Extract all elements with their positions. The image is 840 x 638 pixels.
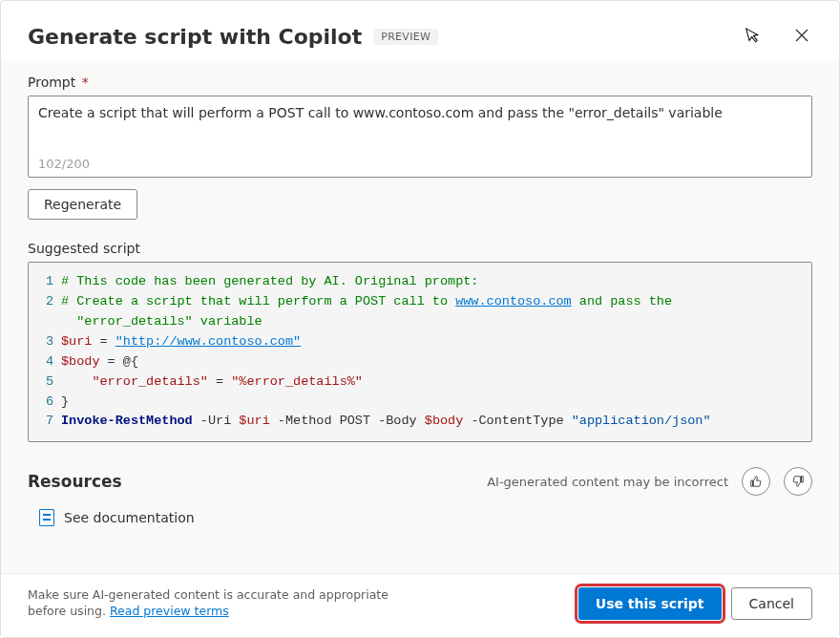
code-content: "error_details" = "%error_details%" bbox=[61, 372, 363, 393]
panel-body: Prompt * Create a script that will perfo… bbox=[1, 61, 839, 573]
preview-badge: PREVIEW bbox=[373, 29, 438, 45]
regenerate-button[interactable]: Regenerate bbox=[28, 189, 137, 220]
prompt-label: Prompt * bbox=[28, 74, 812, 90]
document-icon bbox=[39, 509, 54, 526]
line-number: 7 bbox=[34, 412, 53, 432]
preview-terms-link[interactable]: Read preview terms bbox=[110, 604, 229, 618]
suggested-script-code[interactable]: 1# This code has been generated by AI. O… bbox=[28, 262, 812, 442]
prompt-input-container[interactable]: Create a script that will perform a POST… bbox=[28, 96, 812, 178]
line-number bbox=[34, 312, 53, 332]
code-content: "error_details" variable bbox=[61, 312, 262, 332]
code-line: 5 "error_details" = "%error_details%" bbox=[34, 372, 802, 393]
use-this-script-button[interactable]: Use this script bbox=[578, 587, 722, 620]
code-content: # Create a script that will perform a PO… bbox=[61, 292, 680, 312]
code-line: 7Invoke-RestMethod -Uri $uri -Method POS… bbox=[34, 412, 802, 432]
code-content: # This code has been generated by AI. Or… bbox=[61, 272, 478, 292]
line-number: 2 bbox=[34, 292, 53, 312]
footer-actions: Use this script Cancel bbox=[578, 587, 812, 620]
suggested-script-label: Suggested script bbox=[28, 241, 812, 256]
thumbs-up-button[interactable] bbox=[742, 467, 770, 496]
panel-footer: Make sure AI-generated content is accura… bbox=[1, 573, 839, 637]
code-line: 4$body = @{ bbox=[34, 352, 802, 372]
code-line: 3$uri = "http://www.contoso.com" bbox=[34, 332, 802, 352]
line-number: 3 bbox=[34, 332, 53, 352]
prompt-input[interactable]: Create a script that will perform a POST… bbox=[38, 104, 802, 145]
code-line: 6} bbox=[34, 393, 802, 413]
line-number: 1 bbox=[34, 272, 53, 292]
footer-disclaimer: Make sure AI-generated content is accura… bbox=[28, 587, 429, 620]
close-icon[interactable] bbox=[791, 24, 812, 50]
copilot-script-panel: Generate script with Copilot PREVIEW Pro… bbox=[0, 0, 840, 638]
code-line: 1# This code has been generated by AI. O… bbox=[34, 272, 802, 292]
line-number: 5 bbox=[34, 372, 53, 393]
char-count: 102/200 bbox=[38, 157, 802, 171]
documentation-link-text: See documentation bbox=[64, 510, 195, 525]
code-content: $body = @{ bbox=[61, 352, 138, 372]
code-content: } bbox=[61, 393, 69, 413]
code-content: $uri = "http://www.contoso.com" bbox=[61, 332, 301, 352]
line-number: 6 bbox=[34, 393, 53, 413]
cancel-button[interactable]: Cancel bbox=[731, 587, 812, 620]
documentation-link[interactable]: See documentation bbox=[28, 509, 812, 526]
panel-title: Generate script with Copilot bbox=[28, 25, 362, 49]
code-line: "error_details" variable bbox=[34, 312, 802, 332]
prompt-label-text: Prompt bbox=[28, 74, 75, 90]
code-line: 2# Create a script that will perform a P… bbox=[34, 292, 802, 312]
resources-row: Resources AI-generated content may be in… bbox=[28, 467, 812, 496]
panel-header: Generate script with Copilot PREVIEW bbox=[1, 1, 839, 61]
ai-disclaimer: AI-generated content may be incorrect bbox=[487, 475, 728, 489]
resources-title: Resources bbox=[28, 472, 122, 491]
line-number: 4 bbox=[34, 352, 53, 372]
thumbs-down-button[interactable] bbox=[784, 467, 812, 496]
code-content: Invoke-RestMethod -Uri $uri -Method POST… bbox=[61, 412, 711, 432]
required-marker: * bbox=[82, 74, 89, 90]
